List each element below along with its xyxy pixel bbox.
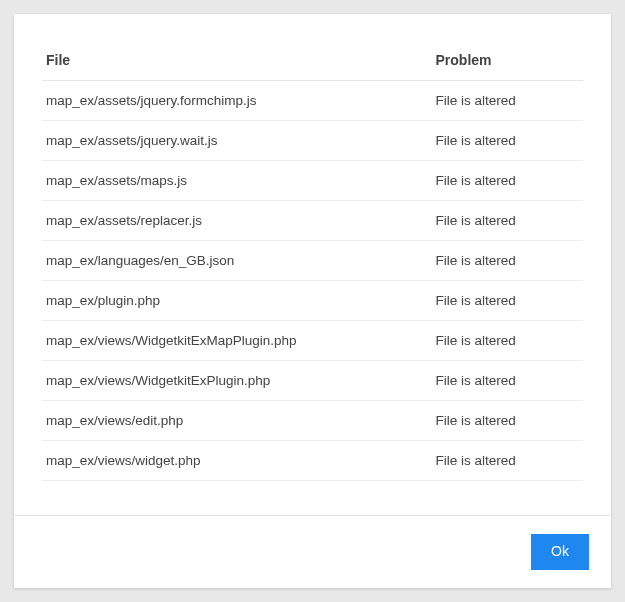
table-row: map_ex/views/widget.php File is altered xyxy=(42,441,583,481)
cell-problem: File is altered xyxy=(432,361,583,401)
files-table: File Problem map_ex/assets/jquery.formch… xyxy=(42,42,583,481)
table-row: map_ex/plugin.php File is altered xyxy=(42,281,583,321)
cell-problem: File is altered xyxy=(432,161,583,201)
cell-file: map_ex/views/WidgetkitExMapPlugin.php xyxy=(42,321,432,361)
table-row: map_ex/languages/en_GB.json File is alte… xyxy=(42,241,583,281)
dialog-footer: Ok xyxy=(14,515,611,588)
cell-file: map_ex/plugin.php xyxy=(42,281,432,321)
cell-file: map_ex/assets/jquery.formchimp.js xyxy=(42,81,432,121)
cell-problem: File is altered xyxy=(432,401,583,441)
cell-problem: File is altered xyxy=(432,321,583,361)
dialog-content: File Problem map_ex/assets/jquery.formch… xyxy=(14,14,611,515)
header-problem: Problem xyxy=(432,42,583,81)
table-row: map_ex/assets/replacer.js File is altere… xyxy=(42,201,583,241)
cell-file: map_ex/assets/replacer.js xyxy=(42,201,432,241)
cell-problem: File is altered xyxy=(432,281,583,321)
table-header-row: File Problem xyxy=(42,42,583,81)
table-row: map_ex/views/WidgetkitExMapPlugin.php Fi… xyxy=(42,321,583,361)
cell-file: map_ex/languages/en_GB.json xyxy=(42,241,432,281)
cell-file: map_ex/views/WidgetkitExPlugin.php xyxy=(42,361,432,401)
cell-file: map_ex/assets/maps.js xyxy=(42,161,432,201)
cell-problem: File is altered xyxy=(432,201,583,241)
cell-file: map_ex/views/widget.php xyxy=(42,441,432,481)
dialog: File Problem map_ex/assets/jquery.formch… xyxy=(14,14,611,588)
table-row: map_ex/assets/maps.js File is altered xyxy=(42,161,583,201)
cell-problem: File is altered xyxy=(432,441,583,481)
table-row: map_ex/assets/jquery.wait.js File is alt… xyxy=(42,121,583,161)
ok-button[interactable]: Ok xyxy=(531,534,589,570)
table-row: map_ex/views/WidgetkitExPlugin.php File … xyxy=(42,361,583,401)
header-file: File xyxy=(42,42,432,81)
cell-file: map_ex/assets/jquery.wait.js xyxy=(42,121,432,161)
cell-problem: File is altered xyxy=(432,241,583,281)
table-row: map_ex/views/edit.php File is altered xyxy=(42,401,583,441)
cell-problem: File is altered xyxy=(432,81,583,121)
cell-file: map_ex/views/edit.php xyxy=(42,401,432,441)
cell-problem: File is altered xyxy=(432,121,583,161)
table-row: map_ex/assets/jquery.formchimp.js File i… xyxy=(42,81,583,121)
